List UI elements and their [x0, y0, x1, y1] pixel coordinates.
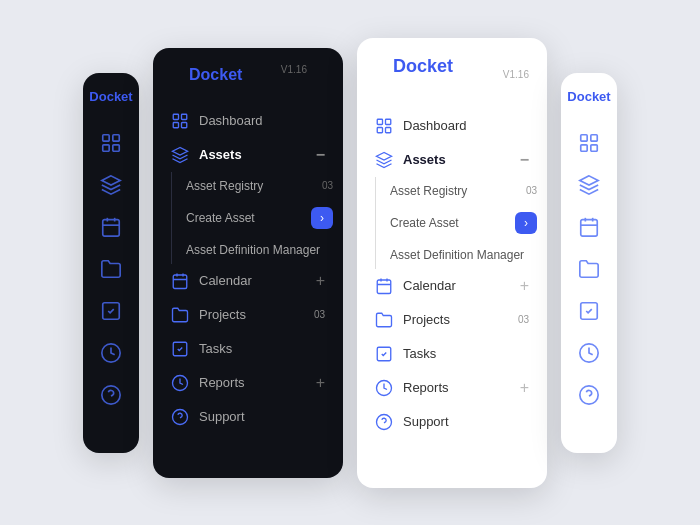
reports-icon-dark [171, 374, 189, 392]
assets-icon-narrow-light[interactable] [578, 174, 600, 196]
dashboard-icon-narrow-light[interactable] [578, 132, 600, 154]
reports-plus-dark[interactable]: + [316, 374, 325, 392]
calendar-icon-narrow-light[interactable] [578, 216, 600, 238]
panel-narrow-dark: Docket [83, 73, 139, 453]
svg-rect-14 [173, 122, 178, 127]
calendar-plus-dark[interactable]: + [316, 272, 325, 290]
asset-registry-badge-dark: 03 [322, 180, 333, 191]
nav-projects-light[interactable]: Projects 03 [357, 303, 547, 337]
support-icon-narrow-light[interactable] [578, 384, 600, 406]
projects-icon-light [375, 311, 393, 329]
submenu-create-asset-light[interactable]: Create Asset › [390, 205, 547, 241]
nav-support-dark[interactable]: Support [153, 400, 343, 434]
screen-container: Docket [0, 0, 700, 525]
asset-def-label-light: Asset Definition Manager [390, 248, 524, 262]
calendar-label-light: Calendar [403, 278, 456, 293]
support-icon-light [375, 413, 393, 431]
reports-plus-light[interactable]: + [520, 379, 529, 397]
assets-collapse-light[interactable]: − [520, 151, 529, 169]
assets-label-light: Assets [403, 152, 446, 167]
projects-icon-dark [171, 306, 189, 324]
assets-icon[interactable] [100, 174, 122, 196]
create-asset-label-dark: Create Asset [186, 211, 255, 225]
reports-icon-light [375, 379, 393, 397]
projects-icon[interactable] [100, 258, 122, 280]
nav-tasks-dark[interactable]: Tasks [153, 332, 343, 366]
svg-rect-40 [581, 219, 598, 236]
assets-submenu-dark: Asset Registry 03 Create Asset › Asset D… [171, 172, 343, 264]
reports-label-dark: Reports [199, 375, 245, 390]
svg-rect-27 [386, 127, 391, 132]
submenu-asset-registry-dark[interactable]: Asset Registry 03 [186, 172, 343, 200]
svg-rect-26 [377, 127, 382, 132]
svg-rect-1 [113, 134, 119, 140]
support-icon[interactable] [100, 384, 122, 406]
svg-point-10 [102, 385, 120, 403]
svg-rect-24 [377, 119, 382, 124]
submenu-asset-registry-light[interactable]: Asset Registry 03 [390, 177, 547, 205]
support-label-dark: Support [199, 409, 245, 424]
nav-calendar-light[interactable]: Calendar + [357, 269, 547, 303]
dashboard-icon[interactable] [100, 132, 122, 154]
submenu-asset-def-dark[interactable]: Asset Definition Manager [186, 236, 343, 264]
tasks-icon-narrow-light[interactable] [578, 300, 600, 322]
assets-icon-light [375, 151, 393, 169]
reports-icon-narrow-light[interactable] [578, 342, 600, 364]
support-label-light: Support [403, 414, 449, 429]
calendar-icon[interactable] [100, 216, 122, 238]
nav-projects-dark[interactable]: Projects 03 [153, 298, 343, 332]
version-dark: V1.16 [281, 64, 325, 75]
nav-dashboard-light[interactable]: Dashboard [357, 109, 547, 143]
tasks-icon[interactable] [100, 300, 122, 322]
nav-calendar-dark[interactable]: Calendar + [153, 264, 343, 298]
projects-badge-light: 03 [518, 314, 529, 325]
calendar-label-dark: Calendar [199, 273, 252, 288]
svg-rect-0 [103, 134, 109, 140]
nav-reports-dark[interactable]: Reports + [153, 366, 343, 400]
header-row-light: Docket V1.16 [357, 56, 547, 93]
panel-wide-dark: Docket V1.16 Dashboard [153, 48, 343, 478]
nav-tasks-light[interactable]: Tasks [357, 337, 547, 371]
tasks-label-dark: Tasks [199, 341, 232, 356]
nav-assets-dark[interactable]: Assets − [153, 138, 343, 172]
submenu-asset-def-light[interactable]: Asset Definition Manager [390, 241, 547, 269]
svg-rect-12 [173, 114, 178, 119]
create-asset-arrow-dark[interactable]: › [311, 207, 333, 229]
panel-wide-light: Docket V1.16 Dashboard [357, 38, 547, 488]
logo-narrow-light: Docket [567, 89, 610, 104]
svg-rect-25 [386, 119, 391, 124]
nav-assets-light[interactable]: Assets − [357, 143, 547, 177]
dashboard-icon-dark [171, 112, 189, 130]
projects-icon-narrow-light[interactable] [578, 258, 600, 280]
assets-label-dark: Assets [199, 147, 242, 162]
assets-submenu-light: Asset Registry 03 Create Asset › Asset D… [375, 177, 547, 269]
nav-reports-light[interactable]: Reports + [357, 371, 547, 405]
svg-rect-13 [182, 114, 187, 119]
header-row-dark: Docket V1.16 [153, 66, 343, 100]
reports-icon[interactable] [100, 342, 122, 364]
dashboard-icon-light [375, 117, 393, 135]
assets-collapse-dark[interactable]: − [316, 146, 325, 164]
svg-rect-38 [581, 144, 587, 150]
svg-point-22 [173, 409, 188, 424]
create-asset-arrow-light[interactable]: › [515, 212, 537, 234]
svg-point-46 [580, 385, 598, 403]
asset-registry-badge-light: 03 [526, 185, 537, 196]
tasks-label-light: Tasks [403, 346, 436, 361]
projects-label-dark: Projects [199, 307, 246, 322]
asset-def-label-dark: Asset Definition Manager [186, 243, 320, 257]
logo-narrow-dark: Docket [89, 89, 132, 104]
calendar-plus-light[interactable]: + [520, 277, 529, 295]
calendar-icon-dark [171, 272, 189, 290]
logo-wide-dark: Docket [171, 66, 260, 84]
dashboard-label-light: Dashboard [403, 118, 467, 133]
asset-registry-label-light: Asset Registry [390, 184, 467, 198]
svg-rect-39 [591, 144, 597, 150]
asset-registry-label-dark: Asset Registry [186, 179, 263, 193]
calendar-icon-light [375, 277, 393, 295]
svg-rect-16 [173, 275, 187, 289]
submenu-create-asset-dark[interactable]: Create Asset › [186, 200, 343, 236]
nav-support-light[interactable]: Support [357, 405, 547, 439]
nav-dashboard-dark[interactable]: Dashboard [153, 104, 343, 138]
dashboard-label-dark: Dashboard [199, 113, 263, 128]
